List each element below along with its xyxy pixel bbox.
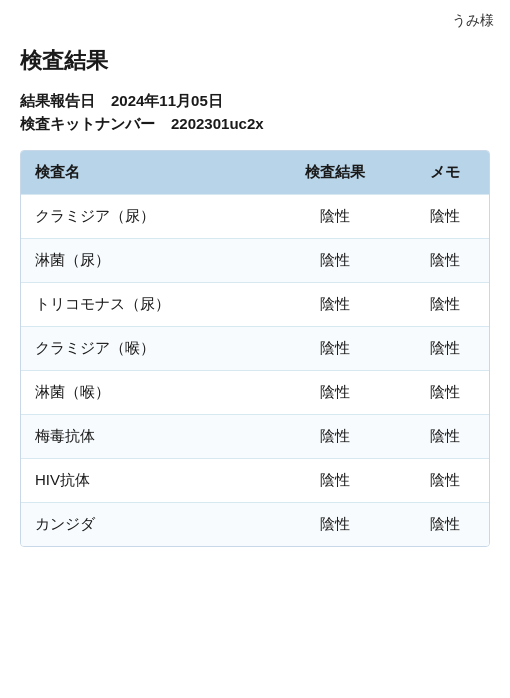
cell-result: 陰性 <box>268 195 401 239</box>
cell-test-name: カンジダ <box>21 503 268 547</box>
cell-test-name: クラミジア（喉） <box>21 327 268 371</box>
cell-result: 陰性 <box>268 239 401 283</box>
table-header-row: 検査名 検査結果 メモ <box>21 151 489 195</box>
cell-memo: 陰性 <box>401 283 489 327</box>
table-row: 淋菌（喉）陰性陰性 <box>21 371 489 415</box>
cell-memo: 陰性 <box>401 327 489 371</box>
cell-memo: 陰性 <box>401 503 489 547</box>
cell-test-name: 梅毒抗体 <box>21 415 268 459</box>
cell-result: 陰性 <box>268 415 401 459</box>
date-label: 結果報告日 <box>20 92 95 111</box>
cell-result: 陰性 <box>268 459 401 503</box>
kit-label: 検査キットナンバー <box>20 115 155 134</box>
table-body: クラミジア（尿）陰性陰性淋菌（尿）陰性陰性トリコモナス（尿）陰性陰性クラミジア（… <box>21 195 489 547</box>
cell-result: 陰性 <box>268 283 401 327</box>
table-row: トリコモナス（尿）陰性陰性 <box>21 283 489 327</box>
cell-memo: 陰性 <box>401 459 489 503</box>
cell-test-name: トリコモナス（尿） <box>21 283 268 327</box>
cell-test-name: 淋菌（喉） <box>21 371 268 415</box>
table-row: HIV抗体陰性陰性 <box>21 459 489 503</box>
table-row: クラミジア（尿）陰性陰性 <box>21 195 489 239</box>
cell-result: 陰性 <box>268 371 401 415</box>
cell-memo: 陰性 <box>401 415 489 459</box>
table-row: 梅毒抗体陰性陰性 <box>21 415 489 459</box>
col-header-memo: メモ <box>401 151 489 195</box>
date-value: 2024年11月05日 <box>111 92 223 111</box>
col-header-name: 検査名 <box>21 151 268 195</box>
cell-test-name: クラミジア（尿） <box>21 195 268 239</box>
table-row: 淋菌（尿）陰性陰性 <box>21 239 489 283</box>
user-label: うみ様 <box>0 0 510 34</box>
results-table: 検査名 検査結果 メモ クラミジア（尿）陰性陰性淋菌（尿）陰性陰性トリコモナス（… <box>21 151 489 546</box>
table-row: カンジダ陰性陰性 <box>21 503 489 547</box>
cell-result: 陰性 <box>268 327 401 371</box>
kit-row: 検査キットナンバー 2202301uc2x <box>20 115 490 134</box>
cell-result: 陰性 <box>268 503 401 547</box>
page-title: 検査結果 <box>20 46 490 76</box>
cell-memo: 陰性 <box>401 195 489 239</box>
table-row: クラミジア（喉）陰性陰性 <box>21 327 489 371</box>
cell-memo: 陰性 <box>401 239 489 283</box>
col-header-result: 検査結果 <box>268 151 401 195</box>
cell-test-name: HIV抗体 <box>21 459 268 503</box>
kit-value: 2202301uc2x <box>171 115 264 132</box>
cell-memo: 陰性 <box>401 371 489 415</box>
date-row: 結果報告日 2024年11月05日 <box>20 92 490 111</box>
cell-test-name: 淋菌（尿） <box>21 239 268 283</box>
results-table-container: 検査名 検査結果 メモ クラミジア（尿）陰性陰性淋菌（尿）陰性陰性トリコモナス（… <box>20 150 490 547</box>
